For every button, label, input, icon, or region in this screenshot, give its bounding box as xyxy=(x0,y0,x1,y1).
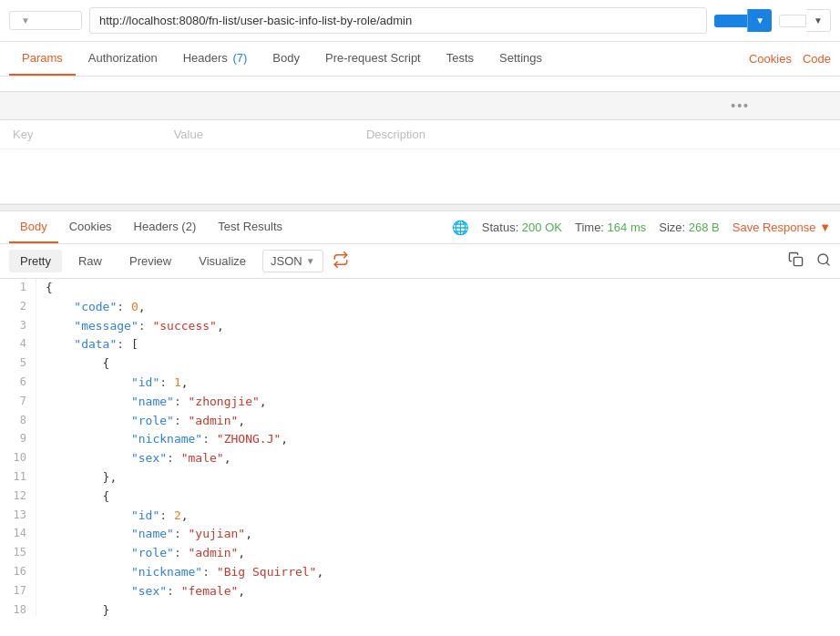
view-pretty-button[interactable]: Pretty xyxy=(9,250,62,272)
json-line: 16 "nickname": "Big Squirrel", xyxy=(0,563,840,582)
size-label: Size: 268 B xyxy=(659,221,720,234)
key-cell[interactable]: Key xyxy=(0,120,161,149)
params-table: ••• Key Value Description xyxy=(0,91,840,204)
line-number: 12 xyxy=(0,487,36,507)
line-number: 11 xyxy=(0,468,36,487)
view-visualize-button[interactable]: Visualize xyxy=(188,250,257,272)
three-dots-icon[interactable]: ••• xyxy=(731,98,750,113)
url-input[interactable] xyxy=(89,7,707,34)
line-number: 17 xyxy=(0,582,36,601)
tab-tests[interactable]: Tests xyxy=(434,42,487,76)
time-value: 164 ms xyxy=(608,221,647,234)
json-line: 11 }, xyxy=(0,468,840,487)
send-button[interactable] xyxy=(714,15,747,27)
tab-pre-request-script[interactable]: Pre-request Script xyxy=(312,42,434,76)
send-button-group: ▼ xyxy=(714,9,772,32)
json-line: 17 "sex": "female", xyxy=(0,582,840,601)
save-dropdown-button[interactable]: ▼ xyxy=(806,9,831,32)
json-line: 1{ xyxy=(0,279,840,298)
search-icon[interactable] xyxy=(816,252,831,271)
status-label: Status: 200 OK xyxy=(482,221,562,234)
line-content: "message": "success", xyxy=(36,317,840,336)
wrap-icon[interactable] xyxy=(333,251,349,272)
tab-settings[interactable]: Settings xyxy=(487,42,555,76)
format-select[interactable]: JSON ▼ xyxy=(262,250,323,272)
view-preview-button[interactable]: Preview xyxy=(118,250,182,272)
send-dropdown-button[interactable]: ▼ xyxy=(747,9,772,32)
copy-icon[interactable] xyxy=(788,251,804,271)
line-content: } xyxy=(36,601,840,616)
tab-params[interactable]: Params xyxy=(9,42,76,76)
resp-tab-cookies[interactable]: Cookies xyxy=(58,211,123,243)
line-number: 3 xyxy=(0,317,36,336)
json-line: 6 "id": 1, xyxy=(0,374,840,393)
json-line: 9 "nickname": "ZHONG.J", xyxy=(0,430,840,449)
line-content: "sex": "female", xyxy=(36,582,840,601)
line-content: "name": "zhongjie", xyxy=(36,393,840,412)
top-bar: ▼ ▼ ▼ xyxy=(0,0,840,42)
json-line: 13 "id": 2, xyxy=(0,507,840,526)
line-number: 13 xyxy=(0,507,36,526)
line-number: 18 xyxy=(0,601,36,616)
line-content: "nickname": "ZHONG.J", xyxy=(36,430,840,449)
view-raw-button[interactable]: Raw xyxy=(67,250,113,272)
response-tabs-bar: Body Cookies Headers (2) Test Results 🌐 … xyxy=(0,211,840,244)
tab-authorization[interactable]: Authorization xyxy=(76,42,170,76)
line-content: "code": 0, xyxy=(36,298,840,317)
json-line: 10 "sex": "male", xyxy=(0,449,840,468)
line-number: 9 xyxy=(0,430,36,449)
line-content: { xyxy=(36,354,840,374)
svg-line-2 xyxy=(826,262,829,265)
json-lines: 1{2 "code": 0,3 "message": "success",4 "… xyxy=(0,279,840,616)
json-line: 2 "code": 0, xyxy=(0,298,840,317)
tab-headers[interactable]: Headers (7) xyxy=(170,42,261,76)
line-number: 14 xyxy=(0,525,36,544)
resp-tab-headers[interactable]: Headers (2) xyxy=(123,211,208,243)
tabs-right-links: Cookies Code xyxy=(749,52,831,66)
line-content: { xyxy=(36,279,840,298)
headers-badge: (7) xyxy=(232,51,247,65)
line-number: 2 xyxy=(0,298,36,317)
line-number: 6 xyxy=(0,374,36,393)
line-number: 16 xyxy=(0,563,36,582)
size-value: 268 B xyxy=(689,221,720,234)
json-output: 1{2 "code": 0,3 "message": "success",4 "… xyxy=(0,279,840,616)
col-actions: ••• xyxy=(650,92,840,120)
json-line: 5 { xyxy=(0,354,840,374)
params-empty-row: Key Value Description xyxy=(0,120,840,149)
line-number: 4 xyxy=(0,335,36,354)
params-spacer-row xyxy=(0,149,840,204)
line-number: 5 xyxy=(0,354,36,374)
line-number: 10 xyxy=(0,449,36,468)
line-content: "nickname": "Big Squirrel", xyxy=(36,563,840,582)
resp-tab-test-results[interactable]: Test Results xyxy=(207,211,293,243)
save-button-group: ▼ xyxy=(779,9,831,32)
line-content: { xyxy=(36,487,840,507)
globe-icon: 🌐 xyxy=(452,220,469,236)
save-button[interactable] xyxy=(779,15,806,27)
row-actions-cell xyxy=(650,120,840,149)
response-status-area: 🌐 Status: 200 OK Time: 164 ms Size: 268 … xyxy=(452,220,831,236)
cookies-link[interactable]: Cookies xyxy=(749,52,792,66)
method-select[interactable]: ▼ xyxy=(9,11,82,30)
method-dropdown-arrow: ▼ xyxy=(21,15,30,26)
status-value: 200 OK xyxy=(522,221,562,234)
format-label: JSON xyxy=(271,254,302,268)
code-link[interactable]: Code xyxy=(803,52,831,66)
time-label: Time: 164 ms xyxy=(575,221,646,234)
col-description xyxy=(353,92,650,120)
json-line: 7 "name": "zhongjie", xyxy=(0,393,840,412)
line-content: }, xyxy=(36,468,840,487)
value-cell[interactable]: Value xyxy=(161,120,353,149)
line-number: 7 xyxy=(0,393,36,412)
tab-body[interactable]: Body xyxy=(260,42,312,76)
resp-tab-body[interactable]: Body xyxy=(9,211,58,243)
line-number: 8 xyxy=(0,412,36,431)
save-response-button[interactable]: Save Response ▼ xyxy=(732,221,831,234)
svg-rect-0 xyxy=(794,257,802,265)
json-line: 12 { xyxy=(0,487,840,507)
json-line: 8 "role": "admin", xyxy=(0,412,840,431)
description-cell[interactable]: Description xyxy=(353,120,650,149)
json-line: 14 "name": "yujian", xyxy=(0,525,840,544)
query-params-header xyxy=(0,77,840,91)
